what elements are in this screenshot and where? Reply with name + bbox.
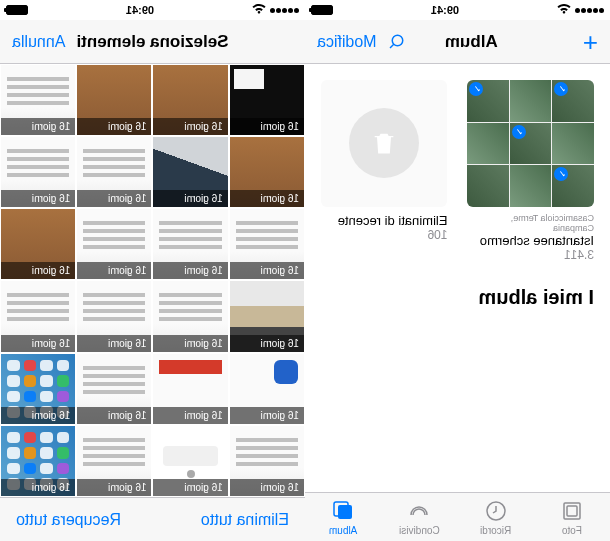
days-badge: 16 giorni xyxy=(77,262,151,279)
tab-photos[interactable]: Foto xyxy=(534,493,610,541)
albums-title: Album xyxy=(445,32,498,52)
photo-thumb[interactable]: 16 giorni xyxy=(230,426,304,496)
photo-thumb[interactable]: 16 giorni xyxy=(230,65,304,135)
photo-thumb[interactable]: 16 giorni xyxy=(230,137,304,207)
recover-all-button[interactable]: Recupera tutto xyxy=(16,511,121,529)
days-badge: 16 giorni xyxy=(154,262,228,279)
photo-thumb[interactable]: 16 giorni xyxy=(77,281,151,351)
svg-rect-5 xyxy=(338,505,352,519)
svg-point-0 xyxy=(392,35,403,46)
days-badge: 16 giorni xyxy=(230,335,304,352)
photo-thumb[interactable]: 16 giorni xyxy=(77,65,151,135)
photo-thumb[interactable]: 16 giorni xyxy=(77,137,151,207)
photo-thumb[interactable]: 16 giorni xyxy=(230,209,304,279)
photo-thumb[interactable]: 16 giorni xyxy=(230,354,304,424)
days-badge: 16 giorni xyxy=(230,407,304,424)
photo-thumb[interactable]: 16 giorni xyxy=(154,209,228,279)
album-cover-grid: ✓✓ ✓ ✓ xyxy=(468,80,595,207)
days-badge: 16 giorni xyxy=(154,335,228,352)
tab-label: Foto xyxy=(562,525,582,536)
wifi-icon xyxy=(557,4,571,16)
search-button[interactable] xyxy=(387,33,405,51)
days-badge: 16 giorni xyxy=(230,118,304,135)
battery-icon xyxy=(6,5,28,15)
photo-thumb[interactable]: 16 giorni xyxy=(154,65,228,135)
albums-nav-bar: + Album Modifica xyxy=(305,20,610,64)
albums-screen: 09:41 + Album Modifica ✓✓ ✓ ✓ xyxy=(305,0,610,541)
add-album-button[interactable]: + xyxy=(583,29,598,55)
tab-albums[interactable]: Album xyxy=(305,493,381,541)
photo-thumb[interactable]: 16 giorni xyxy=(1,281,75,351)
status-bar: 09:41 xyxy=(305,0,610,20)
signal-icon xyxy=(270,8,299,13)
days-badge: 16 giorni xyxy=(77,190,151,207)
photo-thumb[interactable]: 16 giorni xyxy=(77,426,151,496)
days-badge: 16 giorni xyxy=(154,190,228,207)
album-name: Eliminati di recente xyxy=(321,213,448,228)
days-badge: 16 giorni xyxy=(1,118,75,135)
photo-thumb[interactable]: 16 giorni xyxy=(77,354,151,424)
status-bar: 09:41 xyxy=(0,0,305,20)
edit-button[interactable]: Modifica xyxy=(317,33,377,51)
signal-icon xyxy=(575,8,604,13)
days-badge: 16 giorni xyxy=(1,335,75,352)
days-badge: 16 giorni xyxy=(1,190,75,207)
albums-content: ✓✓ ✓ ✓ Casamicciola Terme, Campania Ista… xyxy=(305,64,610,492)
photo-thumb[interactable]: 16 giorni xyxy=(1,65,75,135)
album-count: 3.411 xyxy=(468,248,595,262)
grid-toolbar: Elimina tutto Recupera tutto xyxy=(0,497,305,541)
status-time: 09:41 xyxy=(126,4,154,16)
photo-thumb[interactable]: 16 giorni xyxy=(154,354,228,424)
trash-icon xyxy=(349,108,419,178)
album-tile-recently-deleted[interactable]: Eliminati di recente 106 xyxy=(321,80,448,262)
wifi-icon xyxy=(252,4,266,16)
svg-line-1 xyxy=(390,44,394,48)
photo-thumb[interactable]: 16 giorni xyxy=(1,137,75,207)
days-badge: 16 giorni xyxy=(1,407,75,424)
tab-bar: Foto Ricordi Condivisi Album xyxy=(305,492,610,541)
photo-thumb[interactable]: 16 giorni xyxy=(154,426,228,496)
tab-label: Condivisi xyxy=(399,525,440,536)
days-badge: 16 giorni xyxy=(154,118,228,135)
cancel-button[interactable]: Annulla xyxy=(12,33,65,51)
photo-thumb[interactable]: 16 giorni xyxy=(1,354,75,424)
my-albums-header: I miei album xyxy=(321,286,594,309)
photo-thumb[interactable]: 16 giorni xyxy=(77,209,151,279)
days-badge: 16 giorni xyxy=(77,335,151,352)
album-count: 106 xyxy=(321,228,448,242)
days-badge: 16 giorni xyxy=(230,262,304,279)
photo-thumb[interactable]: 16 giorni xyxy=(1,426,75,496)
tab-label: Ricordi xyxy=(480,525,511,536)
days-badge: 16 giorni xyxy=(77,407,151,424)
delete-all-button[interactable]: Elimina tutto xyxy=(201,511,289,529)
days-badge: 16 giorni xyxy=(154,479,228,496)
status-time: 09:41 xyxy=(431,4,459,16)
album-location: Casamicciola Terme, Campania xyxy=(468,213,595,233)
select-grid-screen: 09:41 Seleziona elementi Annulla 16 gior… xyxy=(0,0,305,541)
photo-grid: 16 giorni 16 giorni 16 giorni 16 giorni … xyxy=(0,64,305,497)
days-badge: 16 giorni xyxy=(77,479,151,496)
days-badge: 16 giorni xyxy=(154,407,228,424)
photo-thumb[interactable]: 16 giorni xyxy=(154,281,228,351)
days-badge: 16 giorni xyxy=(77,118,151,135)
grid-title: Seleziona elementi xyxy=(76,32,228,52)
days-badge: 16 giorni xyxy=(230,479,304,496)
album-tile-screenshots[interactable]: ✓✓ ✓ ✓ Casamicciola Terme, Campania Ista… xyxy=(468,80,595,262)
album-name: Istantanee schermo xyxy=(468,233,595,248)
tab-memories[interactable]: Ricordi xyxy=(458,493,534,541)
days-badge: 16 giorni xyxy=(1,479,75,496)
battery-icon xyxy=(311,5,333,15)
grid-nav-bar: Seleziona elementi Annulla xyxy=(0,20,305,64)
tab-shared[interactable]: Condivisi xyxy=(381,493,457,541)
tab-label: Album xyxy=(329,525,357,536)
photo-thumb[interactable]: 16 giorni xyxy=(1,209,75,279)
photo-thumb[interactable]: 16 giorni xyxy=(230,281,304,351)
days-badge: 16 giorni xyxy=(1,262,75,279)
days-badge: 16 giorni xyxy=(230,190,304,207)
photo-thumb[interactable]: 16 giorni xyxy=(154,137,228,207)
svg-rect-3 xyxy=(567,506,577,516)
